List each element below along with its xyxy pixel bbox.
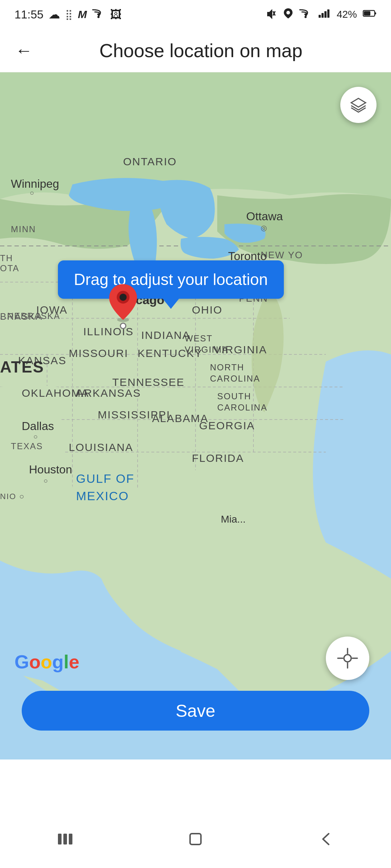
svg-point-4 (304, 16, 307, 18)
back-nav-icon (315, 828, 337, 850)
image-icon: 🖼 (110, 8, 122, 21)
svg-rect-38 (69, 834, 72, 844)
svg-rect-7 (324, 11, 327, 18)
status-time: 11:55 (14, 8, 43, 21)
save-label: Save (176, 701, 215, 721)
my-location-button[interactable] (326, 637, 369, 680)
mute-icon (266, 8, 277, 22)
back-arrow-icon: ← (15, 41, 33, 60)
location-tooltip: Drag to adjust your location (58, 260, 284, 299)
google-logo: G o o g l e (14, 651, 79, 673)
map-container[interactable]: ONTARIO Winnipeg ○ MICHIGAN MINN IOWA IL… (0, 72, 391, 760)
google-l: l (64, 651, 69, 673)
svg-point-3 (286, 11, 290, 14)
wifi-status-icon (299, 8, 312, 21)
signal-icon (318, 8, 331, 21)
svg-point-30 (119, 294, 127, 301)
location-pin-icon (283, 8, 293, 22)
layer-icon (349, 95, 368, 114)
status-right: 42% (266, 8, 377, 22)
battery-icon (363, 9, 377, 20)
back-nav-button[interactable] (311, 825, 340, 854)
page-title: Choose location on map (46, 40, 356, 61)
svg-rect-39 (190, 834, 201, 844)
cloud-icon: ☁ (49, 8, 60, 21)
home-button[interactable] (181, 825, 210, 854)
svg-rect-6 (321, 13, 324, 18)
svg-rect-10 (375, 12, 376, 14)
svg-point-0 (97, 16, 100, 18)
svg-rect-11 (364, 11, 370, 16)
status-left: 11:55 ☁ ⣿ M 🖼 (14, 8, 122, 21)
mail-icon: M (78, 8, 87, 21)
wifi-icon (92, 8, 105, 21)
svg-rect-37 (63, 834, 67, 844)
svg-rect-36 (58, 834, 62, 844)
layer-toggle-button[interactable] (340, 87, 377, 123)
battery-percentage: 42% (337, 9, 357, 20)
google-o1: o (29, 651, 41, 673)
home-icon (185, 828, 206, 850)
svg-rect-5 (319, 15, 321, 18)
google-o2: o (41, 651, 52, 673)
google-g2: g (52, 651, 64, 673)
bottom-navigation (0, 810, 391, 868)
save-area: Save (0, 691, 391, 731)
status-bar: 11:55 ☁ ⣿ M 🖼 (0, 0, 391, 29)
recents-button[interactable] (51, 825, 80, 854)
svg-point-31 (344, 655, 351, 662)
page-header: ← Choose location on map (0, 29, 391, 72)
tooltip-text: Drag to adjust your location (74, 271, 268, 288)
google-e: e (69, 651, 79, 673)
pin-dot (120, 323, 126, 329)
save-button[interactable]: Save (22, 691, 369, 731)
recents-icon (54, 828, 76, 850)
google-g: G (14, 651, 29, 673)
back-button[interactable]: ← (13, 40, 35, 61)
pin-icon (107, 282, 139, 322)
dots-icon: ⣿ (65, 9, 73, 21)
my-location-icon (337, 648, 358, 669)
svg-rect-8 (327, 9, 329, 18)
map-pin[interactable] (107, 282, 139, 329)
